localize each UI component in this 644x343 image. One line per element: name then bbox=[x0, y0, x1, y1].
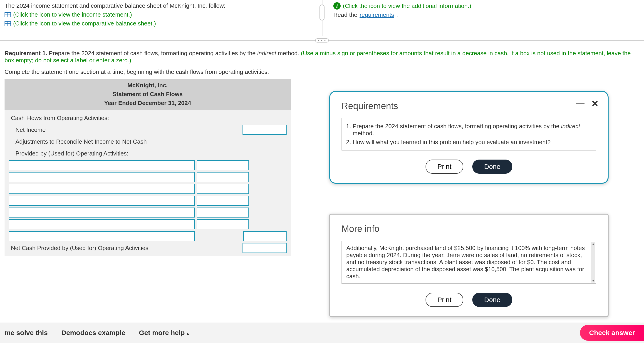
requirements-list-box: Prepare the 2024 statement of cash flows… bbox=[342, 118, 596, 150]
scroll-down-icon[interactable]: ▾ bbox=[592, 279, 594, 282]
adj-label-input-4[interactable] bbox=[9, 196, 195, 206]
requirement-1-text: Requirement 1. Prepare the 2024 statemen… bbox=[0, 50, 644, 64]
net-cash-input[interactable] bbox=[242, 243, 286, 253]
adj-label-input-3[interactable] bbox=[9, 184, 195, 194]
caret-up-icon: ▴ bbox=[187, 331, 189, 336]
adj-amount-input-5[interactable] bbox=[197, 208, 249, 217]
horizontal-divider: • • • bbox=[0, 40, 644, 41]
adj-amount-input-4[interactable] bbox=[197, 196, 249, 206]
get-more-text: Get more help bbox=[139, 329, 187, 336]
get-more-help-link[interactable]: Get more help ▴ bbox=[139, 329, 189, 337]
expand-pill[interactable]: • • • bbox=[315, 39, 329, 43]
req-text-b: method. bbox=[276, 50, 301, 57]
panel-toggle-handle[interactable] bbox=[320, 5, 324, 21]
info-icon: i bbox=[333, 2, 340, 10]
more-info-body: Additionally, McKnight purchased land of… bbox=[346, 245, 587, 280]
done-button[interactable]: Done bbox=[472, 293, 512, 307]
help-me-solve-link[interactable]: me solve this bbox=[4, 329, 48, 337]
adj-label-input-6[interactable] bbox=[9, 219, 195, 229]
income-statement-link[interactable]: (Click the icon to view the income state… bbox=[4, 11, 311, 18]
requirements-dialog: — ✕ Requirements Prepare the 2024 statem… bbox=[329, 91, 608, 184]
row-cfoa: Cash Flows from Operating Activities: bbox=[9, 114, 195, 123]
requirements-link[interactable]: requirements bbox=[360, 11, 394, 19]
company-name: McKnight, Inc. bbox=[4, 81, 291, 90]
worksheet-header: McKnight, Inc. Statement of Cash Flows Y… bbox=[4, 79, 291, 110]
table-icon bbox=[4, 12, 11, 17]
footer-bar: me solve this Demodocs example Get more … bbox=[0, 322, 644, 343]
net-income-input[interactable] bbox=[242, 125, 286, 135]
adj-amount-input-2[interactable] bbox=[197, 172, 249, 182]
requirement-label: Requirement 1. bbox=[4, 50, 47, 57]
additional-info-link[interactable]: i (Click the icon to view the additional… bbox=[333, 2, 640, 10]
row-net-cash: Net Cash Provided by (Used for) Operatin… bbox=[9, 244, 195, 252]
adj-label-input-2[interactable] bbox=[9, 172, 195, 182]
subtotal-underline bbox=[198, 232, 242, 240]
req-italic: indirect bbox=[257, 50, 276, 57]
statement-title: Statement of Cash Flows bbox=[4, 90, 291, 99]
additional-link-text: (Click the icon to view the additional i… bbox=[343, 3, 471, 10]
dialog-title: Requirements bbox=[342, 101, 596, 111]
adj-amount-input-6[interactable] bbox=[197, 219, 249, 229]
close-button[interactable]: ✕ bbox=[591, 99, 598, 109]
scroll-up-icon[interactable]: ▴ bbox=[592, 242, 594, 245]
req1-b: method. bbox=[353, 130, 374, 137]
req1-a: Prepare the 2024 statement of cash flows… bbox=[353, 123, 561, 130]
adj-label-input-1[interactable] bbox=[9, 160, 195, 170]
requirement-item-2: How will what you learned in this proble… bbox=[353, 138, 592, 147]
adj-label-input-5[interactable] bbox=[9, 208, 195, 217]
more-info-dialog: More info Additionally, McKnight purchas… bbox=[329, 214, 608, 317]
adj-amount-input-3[interactable] bbox=[197, 184, 249, 194]
req1-italic: indirect bbox=[561, 123, 580, 130]
balance-sheet-link[interactable]: (Click the icon to view the comparative … bbox=[4, 20, 311, 27]
done-button[interactable]: Done bbox=[472, 160, 512, 174]
read-the-text: Read the bbox=[333, 11, 358, 19]
read-requirements-row: Read the requirements. bbox=[333, 11, 640, 19]
req-text-a: Prepare the 2024 statement of cash flows… bbox=[47, 50, 257, 57]
more-info-scrollbox: Additionally, McKnight purchased land of… bbox=[342, 241, 596, 284]
row-net-income: Net Income bbox=[9, 126, 195, 134]
balance-link-text: (Click the icon to view the comparative … bbox=[13, 20, 156, 27]
intro-text: The 2024 income statement and comparativ… bbox=[4, 2, 311, 9]
print-button[interactable]: Print bbox=[426, 293, 463, 307]
row-adjustments-2: Provided by (Used for) Operating Activit… bbox=[9, 149, 195, 158]
adj-amount-input-7[interactable] bbox=[243, 231, 286, 241]
adj-amount-input-1[interactable] bbox=[197, 160, 249, 170]
table-icon bbox=[4, 21, 11, 26]
dialog-title: More info bbox=[342, 224, 596, 234]
statement-period: Year Ended December 31, 2024 bbox=[4, 99, 291, 108]
period: . bbox=[396, 11, 398, 19]
scrollbar[interactable]: ▴ ▾ bbox=[591, 242, 595, 282]
instruction-text: Complete the statement one section at a … bbox=[0, 68, 644, 76]
adj-label-input-7[interactable] bbox=[9, 231, 195, 241]
check-answer-button[interactable]: Check answer bbox=[580, 325, 644, 341]
requirement-item-1: Prepare the 2024 statement of cash flows… bbox=[353, 122, 592, 138]
print-button[interactable]: Print bbox=[426, 160, 463, 174]
cash-flow-worksheet: McKnight, Inc. Statement of Cash Flows Y… bbox=[4, 79, 291, 256]
row-adjustments-1: Adjustments to Reconcile Net Income to N… bbox=[9, 137, 195, 146]
demodocs-link[interactable]: Demodocs example bbox=[61, 329, 125, 337]
minimize-button[interactable]: — bbox=[576, 99, 584, 109]
income-link-text: (Click the icon to view the income state… bbox=[13, 11, 132, 18]
